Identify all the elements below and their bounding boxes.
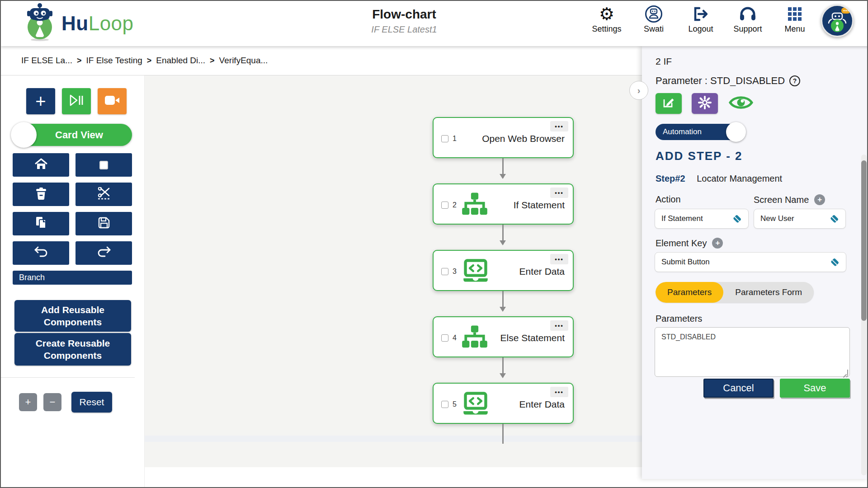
toolbar-grid [13,153,132,265]
flow-node-open-web-browser[interactable]: ••• 1 Open Web Browser [433,117,574,158]
flow-node-enter-data-2[interactable]: ••• 5 Enter Data [433,383,574,424]
nav-support[interactable]: Support [724,5,771,34]
record-button[interactable] [98,88,127,114]
branch-label: Branch [19,273,45,282]
panel-scrollbar-thumb[interactable] [861,160,867,321]
copy-button[interactable] [13,212,69,235]
redo-button[interactable] [75,241,132,265]
sidebar-divider [1,377,135,378]
stop-icon [99,161,108,169]
add-step-heading: ADD STEP - 2 [656,149,743,163]
cancel-button[interactable]: Cancel [703,379,774,398]
home-button[interactable] [13,153,69,177]
node-checkbox[interactable] [441,268,448,275]
breadcrumb: IF ELSE La... > IF Else Testing > Enable… [1,46,642,75]
home-icon [34,158,48,172]
nav-logout[interactable]: Logout [677,5,724,34]
breadcrumb-item-3[interactable]: Enabled Di... [156,56,205,66]
gear-icon: ⚙ [583,5,630,23]
trash-icon [35,187,47,202]
automation-toggle[interactable]: Automation [656,124,742,140]
screen-name-input[interactable]: New User [754,209,846,229]
copy-icon [35,216,47,231]
reset-button[interactable]: Reset [71,392,112,413]
redo-icon [97,246,111,260]
node-checkbox[interactable] [441,202,448,209]
page-subtitle: IF ELSE Latest1 [371,24,437,35]
tab-parameters[interactable]: Parameters [656,282,723,303]
video-camera-icon [104,94,120,108]
step-settings-button[interactable] [692,93,718,114]
flow-connector-line [502,424,504,444]
delete-button[interactable] [13,183,69,206]
parameters-textarea[interactable]: STD_DISABLED [655,328,849,376]
title-block: Flow-chart IF ELSE Latest1 [371,7,437,35]
action-input[interactable]: If Statement [655,209,749,229]
step-name-label: Locator Management [697,174,782,183]
branch-bar[interactable]: Branch [13,271,132,285]
create-reusable-components-button[interactable]: Create Reusable Components [14,333,131,366]
flow-connector-arrow [502,158,504,178]
save-button[interactable] [75,212,132,235]
hierarchy-icon [462,325,488,351]
flow-node-if-statement[interactable]: ••• 2 If Statement [433,183,574,225]
top-nav: ⚙ Settings Swati [583,5,855,39]
panel-action-buttons [656,93,754,114]
nav-user-swati[interactable]: Swati [630,5,677,34]
save-floppy-icon [98,216,110,231]
plus-icon: + [35,92,46,110]
save-button[interactable]: Save [780,379,850,398]
flow-connector-arrow [502,291,504,311]
panel-parameter-line: Parameter : STD_DISABLED ? [656,75,800,87]
breadcrumb-item-4[interactable]: VerifyEqua... [219,56,268,66]
clear-action-icon[interactable] [732,213,743,224]
eye-icon [728,94,754,113]
parameters-textarea-wrap: STD_DISABLED [655,327,850,377]
hierarchy-icon [462,192,488,218]
laptop-code-icon [462,259,490,285]
flow-node-else-statement[interactable]: ••• 4 Else Statement [433,316,574,357]
robot-user-icon [630,5,677,23]
add-step-button[interactable]: + [26,88,55,114]
node-checkbox[interactable] [441,334,448,342]
page-title: Flow-chart [371,7,437,22]
panel-collapse-button[interactable]: › [629,81,648,100]
cut-button[interactable] [75,183,132,206]
clear-element-key-icon[interactable] [830,257,840,267]
panel-step-title: 2 IF [656,56,672,67]
add-reusable-components-button[interactable]: Add Reusable Components [14,300,131,332]
resize-handle[interactable] [843,370,848,375]
screen-name-field-label: Screen Name + [754,194,825,205]
headphones-icon [724,5,771,23]
scissors-icon [97,187,111,202]
breadcrumb-separator: > [147,56,152,66]
clear-screen-name-icon[interactable] [829,213,840,224]
edit-step-button[interactable] [656,93,682,114]
tab-parameters-form[interactable]: Parameters Form [723,282,814,303]
zoom-out-button[interactable]: − [43,393,61,411]
toggle-knob [726,122,746,142]
card-view-toggle[interactable]: Card View [13,124,132,146]
user-avatar[interactable] [821,5,855,39]
stop-button[interactable] [75,153,132,177]
help-icon[interactable]: ? [789,75,800,86]
node-checkbox[interactable] [441,401,448,408]
automation-label: Automation [663,127,702,136]
breadcrumb-item-1[interactable]: IF ELSE La... [21,56,72,66]
edit-pencil-icon [662,96,675,111]
preview-step-button[interactable] [728,93,754,114]
undo-button[interactable] [13,241,69,265]
node-checkbox[interactable] [441,135,448,142]
zoom-in-button[interactable]: + [19,393,37,411]
add-element-key-icon[interactable]: + [712,238,723,249]
run-pause-button[interactable] [62,88,91,114]
play-pause-icon [69,94,84,109]
nav-menu[interactable]: Menu [771,5,818,34]
element-key-input[interactable]: Submit Button [655,252,846,272]
huloop-logo[interactable]: HuLoop [24,3,134,44]
top-header: HuLoop Flow-chart IF ELSE Latest1 ⚙ Sett… [1,1,868,46]
breadcrumb-item-2[interactable]: IF Else Testing [86,56,142,66]
nav-settings[interactable]: ⚙ Settings [583,5,630,34]
flow-node-enter-data[interactable]: ••• 3 Enter Data [433,250,574,291]
add-screen-name-icon[interactable]: + [814,194,825,205]
